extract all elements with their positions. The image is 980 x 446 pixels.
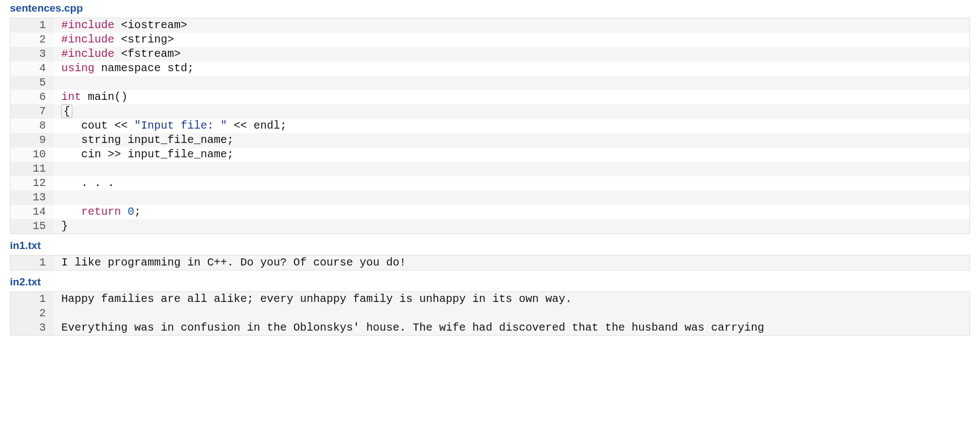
file-block: sentences.cpp1#include <iostream>2#inclu… [0, 0, 980, 234]
line-number: 4 [10, 61, 54, 76]
code-token: ; [134, 205, 141, 218]
code-content[interactable]: I like programming in C++. Do you? Of co… [54, 256, 970, 270]
file-block: in1.txt1I like programming in C++. Do yo… [0, 237, 980, 270]
code-token: << endl; [227, 119, 287, 132]
code-area[interactable]: 1Happy families are all alike; every unh… [10, 291, 970, 336]
code-content[interactable]: using namespace std; [54, 61, 970, 76]
code-line: 14 return 0; [10, 205, 970, 219]
file-title[interactable]: sentences.cpp [0, 0, 980, 17]
code-token [61, 148, 81, 161]
code-token [61, 134, 81, 146]
line-number: 6 [10, 90, 54, 104]
code-line: 3Everything was in confusion in the Oblo… [10, 321, 970, 335]
line-number: 12 [10, 176, 54, 190]
code-token: Everything was in confusion in the Oblon… [61, 321, 764, 334]
code-line: 3#include <fstream> [10, 47, 970, 61]
code-content[interactable]: int main() [54, 90, 970, 104]
code-token: int [61, 91, 81, 103]
line-number: 3 [10, 47, 54, 61]
code-line: 6int main() [10, 90, 970, 104]
code-token [114, 33, 121, 46]
code-token: using [61, 62, 94, 75]
code-token [81, 91, 88, 103]
code-line: 7{ [10, 104, 970, 119]
code-token [114, 19, 121, 31]
code-token: #include [61, 33, 114, 46]
code-content[interactable]: . . . [54, 176, 970, 190]
line-number: 3 [10, 321, 54, 335]
line-number: 11 [10, 162, 54, 176]
code-content[interactable]: string input_file_name; [54, 133, 970, 147]
line-number: 8 [10, 119, 54, 133]
line-number: 9 [10, 133, 54, 147]
code-token: Happy families are all alike; every unha… [61, 293, 572, 305]
line-number: 14 [10, 205, 54, 219]
code-token [61, 205, 81, 218]
code-area[interactable]: 1I like programming in C++. Do you? Of c… [10, 255, 970, 270]
code-content[interactable]: cin >> input_file_name; [54, 147, 970, 162]
file-title[interactable]: in1.txt [0, 237, 980, 254]
code-token [121, 205, 128, 218]
line-number: 1 [10, 256, 54, 270]
code-area[interactable]: 1#include <iostream>2#include <string>3#… [10, 18, 970, 234]
code-line: 1I like programming in C++. Do you? Of c… [10, 256, 970, 270]
code-token: <iostream> [121, 19, 187, 31]
code-line: 5 [10, 76, 970, 90]
code-token: 0 [128, 205, 134, 218]
code-line: 11 [10, 162, 970, 176]
code-token: main() [88, 91, 128, 103]
code-line: 13 [10, 190, 970, 205]
code-token: return [81, 205, 121, 218]
code-content[interactable]: } [54, 219, 970, 233]
code-line: 1#include <iostream> [10, 18, 970, 33]
code-line: 9 string input_file_name; [10, 133, 970, 147]
line-number: 15 [10, 219, 54, 233]
code-token [114, 47, 121, 60]
line-number: 2 [10, 33, 54, 47]
code-line: 12 . . . [10, 176, 970, 190]
code-line: 10 cin >> input_file_name; [10, 147, 970, 162]
code-content[interactable]: #include <iostream> [54, 18, 970, 33]
line-number: 7 [10, 104, 54, 119]
file-title[interactable]: in2.txt [0, 274, 980, 290]
line-number: 1 [10, 292, 54, 306]
code-token [61, 119, 81, 132]
code-token: namespace std; [101, 62, 194, 75]
code-content[interactable]: Happy families are all alike; every unha… [54, 292, 970, 306]
code-line: 2#include <string> [10, 33, 970, 47]
document-root: sentences.cpp1#include <iostream>2#inclu… [0, 0, 980, 336]
code-token: I like programming in C++. Do you? Of co… [61, 256, 406, 269]
code-token: string input_file_name; [81, 134, 234, 146]
code-content[interactable]: { [54, 104, 970, 119]
code-line: 1Happy families are all alike; every unh… [10, 292, 970, 306]
code-content[interactable]: #include <string> [54, 33, 970, 47]
line-number: 1 [10, 18, 54, 33]
line-number: 10 [10, 147, 54, 162]
code-line: 15} [10, 219, 970, 233]
code-token [94, 62, 101, 75]
code-content[interactable]: return 0; [54, 205, 970, 219]
line-number: 13 [10, 190, 54, 205]
code-token: #include [61, 47, 114, 60]
code-token: } [61, 220, 68, 232]
code-token: <fstream> [121, 47, 181, 60]
code-token: #include [61, 19, 114, 31]
code-token: "Input file: " [134, 119, 227, 132]
code-token: . . . [81, 177, 114, 189]
line-number: 2 [10, 306, 54, 321]
code-token: cin >> input_file_name; [81, 148, 234, 161]
code-line: 8 cout << "Input file: " << endl; [10, 119, 970, 133]
code-token [61, 177, 81, 189]
code-token: cout << [81, 119, 134, 132]
code-line: 2 [10, 306, 970, 321]
code-content[interactable]: cout << "Input file: " << endl; [54, 119, 970, 133]
code-content[interactable]: Everything was in confusion in the Oblon… [54, 321, 970, 335]
code-content[interactable]: #include <fstream> [54, 47, 970, 61]
file-block: in2.txt1Happy families are all alike; ev… [0, 274, 980, 336]
code-token: <string> [121, 33, 174, 46]
code-token: { [61, 104, 72, 118]
line-number: 5 [10, 76, 54, 90]
code-line: 4using namespace std; [10, 61, 970, 76]
